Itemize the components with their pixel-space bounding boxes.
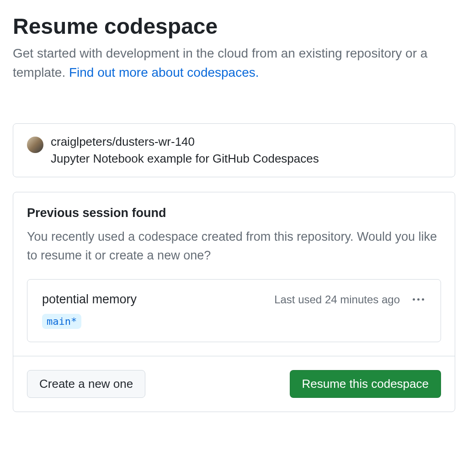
repo-info: craiglpeters/dusters-wr-140 Jupyter Note… (51, 135, 319, 166)
page-title: Resume codespace (13, 13, 455, 40)
action-bar: Create a new one Resume this codespace (13, 356, 455, 412)
resume-codespace-button[interactable]: Resume this codespace (290, 370, 441, 398)
repo-full-name: craiglpeters/dusters-wr-140 (51, 135, 319, 149)
find-out-more-link[interactable]: Find out more about codespaces. (69, 65, 259, 79)
branch-badge: main* (42, 314, 81, 329)
codespace-item: potential memory Last used 24 minutes ag… (27, 279, 441, 342)
codespace-name: potential memory (42, 292, 137, 307)
session-description: You recently used a codespace created fr… (27, 227, 441, 264)
create-new-button[interactable]: Create a new one (27, 370, 145, 398)
repository-card: craiglpeters/dusters-wr-140 Jupyter Note… (13, 123, 455, 177)
last-used-text: Last used 24 minutes ago (274, 293, 400, 306)
page-subtitle: Get started with development in the clou… (13, 44, 455, 82)
avatar (27, 137, 43, 153)
session-heading: Previous session found (27, 206, 441, 220)
kebab-menu-icon[interactable] (411, 296, 426, 302)
previous-session-card: Previous session found You recently used… (13, 192, 455, 412)
repo-description: Jupyter Notebook example for GitHub Code… (51, 152, 319, 166)
